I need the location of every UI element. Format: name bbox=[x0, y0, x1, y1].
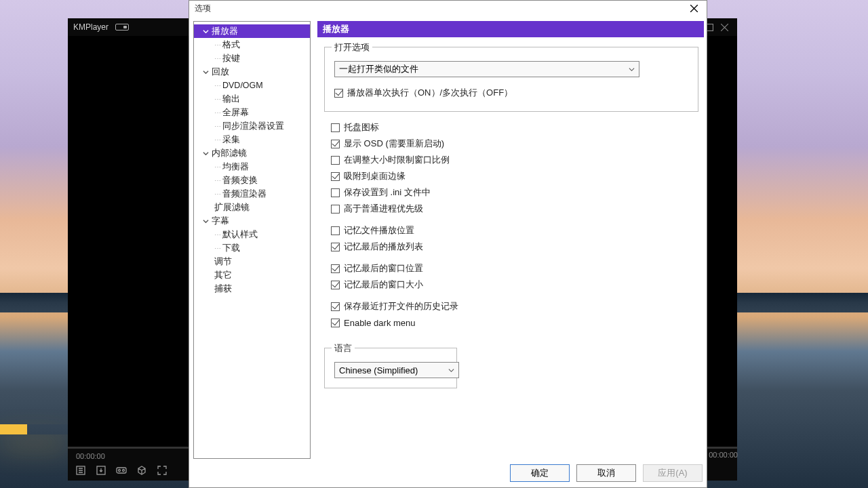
cancel-button[interactable]: 取消 bbox=[576, 464, 636, 482]
remember-playlist-label: 记忆最后的播放列表 bbox=[344, 241, 423, 253]
high-prio-checkbox[interactable] bbox=[331, 205, 340, 214]
osd-checkbox[interactable] bbox=[331, 140, 340, 148]
save-history-label: 保存最近打开文件的历史记录 bbox=[344, 300, 458, 312]
remember-winpos-checkbox[interactable] bbox=[331, 264, 340, 273]
remember-pos-checkbox[interactable] bbox=[331, 226, 340, 235]
open-mode-combo[interactable]: 一起打开类似的文件 bbox=[334, 61, 639, 77]
tree-dvd[interactable]: ⋯DVD/OGM bbox=[194, 79, 310, 92]
content-header: 播放器 bbox=[317, 21, 704, 37]
language-combo[interactable]: Chinese (Simplified) bbox=[334, 362, 459, 378]
chevron-down-icon bbox=[201, 26, 210, 36]
open-options-legend: 打开选项 bbox=[332, 41, 372, 54]
high-prio-label: 高于普通进程优先级 bbox=[344, 203, 423, 215]
open-options-group: 打开选项 一起打开类似的文件 播放器单次执行（ON）/多次执行（OFF） bbox=[324, 47, 698, 112]
snap-checkbox[interactable] bbox=[331, 172, 340, 181]
remember-winsize-checkbox[interactable] bbox=[331, 281, 340, 289]
remember-playlist-checkbox[interactable] bbox=[331, 243, 340, 251]
save-ini-label: 保存设置到 .ini 文件中 bbox=[344, 186, 431, 199]
playlist-icon[interactable] bbox=[75, 464, 87, 476]
remember-pos-label: 记忆文件播放位置 bbox=[344, 224, 414, 237]
time-elapsed: 00:00:00 bbox=[76, 452, 105, 460]
dialog-titlebar[interactable]: 选项 bbox=[189, 1, 707, 16]
chevron-down-icon bbox=[201, 148, 210, 158]
dialog-button-row: 确定 取消 应用(A) bbox=[189, 459, 707, 487]
svg-point-4 bbox=[119, 470, 121, 472]
snap-label: 吸附到桌面边缘 bbox=[344, 170, 406, 182]
tree-playback[interactable]: 回放 bbox=[194, 65, 310, 79]
language-legend: 语言 bbox=[332, 342, 355, 354]
save-history-checkbox[interactable] bbox=[331, 302, 340, 311]
dialog-title: 选项 bbox=[195, 3, 211, 14]
chevron-down-icon bbox=[625, 63, 637, 75]
close-icon[interactable] bbox=[717, 20, 732, 35]
vr-icon[interactable] bbox=[115, 464, 127, 476]
osd-label: 显示 OSD (需要重新启动) bbox=[344, 138, 444, 150]
tree-audioren[interactable]: ⋯音频渲染器 bbox=[194, 187, 310, 201]
tree-intfilter[interactable]: 内部滤镜 bbox=[194, 146, 310, 160]
settings-tree[interactable]: 播放器 ⋯格式 ⋯按键 回放 ⋯DVD/OGM ⋯输出 ⋯全屏幕 ⋯同步渲染器设… bbox=[193, 21, 311, 459]
time-total: 00:00:00 bbox=[709, 451, 738, 459]
cube-icon[interactable] bbox=[136, 464, 148, 476]
tree-subtitle[interactable]: 字幕 bbox=[194, 214, 310, 228]
svg-point-5 bbox=[123, 470, 125, 472]
tree-extfilter[interactable]: 扩展滤镜 bbox=[194, 201, 310, 214]
tree-audiotr[interactable]: ⋯音频变换 bbox=[194, 174, 310, 187]
options-dialog: 选项 播放器 ⋯格式 ⋯按键 回放 ⋯DVD/OGM ⋯输出 ⋯全屏幕 ⋯同步渲… bbox=[189, 0, 707, 488]
tree-eq[interactable]: ⋯均衡器 bbox=[194, 160, 310, 174]
single-exec-label: 播放器单次执行（ON）/多次执行（OFF） bbox=[347, 87, 513, 99]
tree-format[interactable]: ⋯格式 bbox=[194, 38, 310, 52]
apply-button[interactable]: 应用(A) bbox=[643, 464, 703, 482]
dark-menu-checkbox[interactable] bbox=[331, 319, 340, 327]
tray-label: 托盘图标 bbox=[344, 121, 379, 134]
tray-checkbox[interactable] bbox=[331, 123, 340, 132]
language-group: 语言 Chinese (Simplified) bbox=[324, 348, 457, 388]
tree-fullscreen[interactable]: ⋯全屏幕 bbox=[194, 106, 310, 119]
tree-sync[interactable]: ⋯同步渲染器设置 bbox=[194, 119, 310, 133]
keep-ratio-checkbox[interactable] bbox=[331, 156, 340, 165]
tree-download[interactable]: ⋯下载 bbox=[194, 241, 310, 255]
tree-output[interactable]: ⋯输出 bbox=[194, 92, 310, 106]
fullscreen-icon[interactable] bbox=[156, 464, 168, 476]
battery-icon bbox=[115, 24, 129, 30]
tree-defstyle[interactable]: ⋯默认样式 bbox=[194, 228, 310, 241]
save-ini-checkbox[interactable] bbox=[331, 188, 340, 197]
single-exec-checkbox[interactable] bbox=[334, 89, 343, 98]
tree-capture2[interactable]: ⋯采集 bbox=[194, 133, 310, 146]
chevron-down-icon bbox=[201, 67, 210, 77]
tree-other[interactable]: 其它 bbox=[194, 268, 310, 282]
tree-keys[interactable]: ⋯按键 bbox=[194, 52, 310, 65]
tree-adjust[interactable]: 调节 bbox=[194, 255, 310, 268]
dialog-close-button[interactable] bbox=[684, 1, 704, 15]
ok-button[interactable]: 确定 bbox=[510, 464, 570, 482]
remember-winsize-label: 记忆最后的窗口大小 bbox=[344, 279, 423, 291]
download-icon[interactable] bbox=[95, 464, 107, 476]
player-title: KMPlayer bbox=[73, 22, 108, 32]
tree-capture[interactable]: 捕获 bbox=[194, 282, 310, 296]
chevron-down-icon bbox=[201, 216, 210, 226]
keep-ratio-label: 在调整大小时限制窗口比例 bbox=[344, 154, 450, 166]
chevron-down-icon bbox=[445, 364, 457, 376]
dark-menu-label: Enable dark menu bbox=[344, 318, 416, 328]
tree-player[interactable]: 播放器 bbox=[194, 24, 310, 38]
remember-winpos-label: 记忆最后的窗口位置 bbox=[344, 262, 423, 274]
settings-content: 播放器 打开选项 一起打开类似的文件 播放器单次执行（ON）/多次执行（OFF）… bbox=[317, 21, 705, 459]
